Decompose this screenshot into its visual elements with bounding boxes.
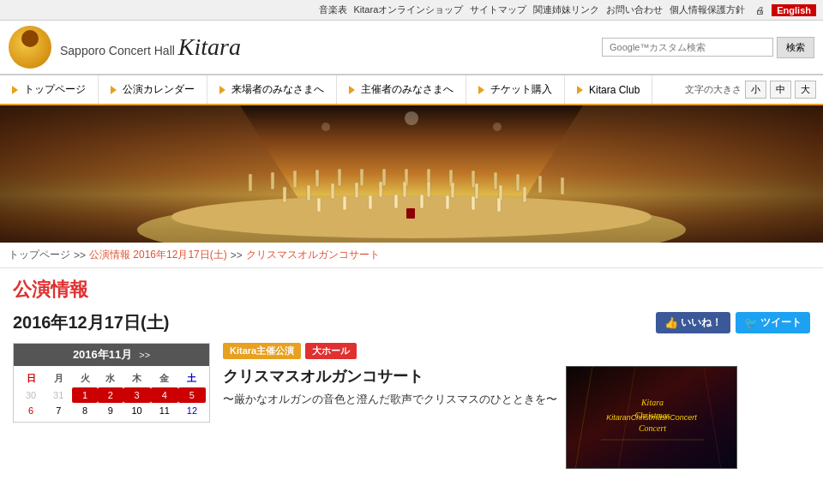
cal-day[interactable]: 2	[98, 387, 123, 403]
event-title: クリスマスオルガンコサート	[223, 366, 557, 387]
nav-visitors-label: 来場者のみなさまへ	[231, 82, 324, 97]
svg-rect-9	[338, 169, 341, 186]
nav-arrow-icon	[349, 86, 355, 94]
cal-day[interactable]: 30	[17, 387, 45, 403]
font-size-label: 文字の大きさ	[685, 83, 742, 96]
nav-visitors[interactable]: 来場者のみなさまへ	[207, 75, 337, 104]
svg-rect-16	[494, 172, 497, 189]
svg-point-41	[321, 123, 330, 131]
cal-day[interactable]: 8	[72, 403, 98, 418]
nav-calendar[interactable]: 公演カレンダー	[99, 75, 207, 104]
svg-rect-21	[307, 185, 310, 201]
svg-rect-39	[406, 208, 415, 219]
search-input[interactable]	[602, 38, 773, 57]
calendar: 2016年11月 >> 日 月 火 水 木 金	[13, 343, 210, 423]
cal-day[interactable]: 5	[178, 387, 206, 403]
event-date: 2016年12月17日(土)	[13, 311, 169, 334]
nav-club[interactable]: Kitara Club	[565, 75, 652, 104]
cal-day[interactable]: 4	[151, 387, 178, 403]
svg-rect-33	[369, 195, 372, 209]
cal-day[interactable]: 3	[123, 387, 151, 403]
svg-rect-37	[472, 196, 475, 210]
nav-tickets[interactable]: チケット購入	[466, 75, 565, 104]
svg-rect-25	[403, 182, 406, 197]
tweet-icon: 🐦	[744, 316, 758, 329]
svg-rect-26	[427, 182, 430, 197]
svg-rect-6	[271, 172, 274, 189]
svg-rect-43	[567, 367, 737, 469]
svg-text:Christmas: Christmas	[634, 411, 670, 420]
nav-calendar-label: 公演カレンダー	[123, 82, 195, 97]
hall-name: Sapporo Concert Hall	[60, 44, 178, 57]
nav-arrow-icon	[12, 86, 18, 94]
top-link-6[interactable]: 個人情報保護方針	[670, 3, 745, 16]
cal-day[interactable]: 9	[98, 403, 123, 418]
calendar-grid: 日 月 火 水 木 金 土 3031123456789101112	[14, 366, 209, 422]
search-area: 検索	[602, 37, 814, 58]
svg-rect-24	[379, 182, 382, 197]
calendar-next-button[interactable]: >>	[139, 350, 150, 360]
cal-header-sun: 日	[17, 369, 45, 387]
event-tags: Kitara主催公演 大ホール	[223, 343, 810, 359]
font-size-control: 文字の大きさ 小 中 大	[678, 75, 823, 104]
nav-home-label: トップページ	[24, 82, 86, 97]
cal-header-mon: 月	[45, 369, 72, 387]
cal-day[interactable]: 11	[151, 403, 178, 418]
event-subtitle: 〜厳かなオルガンの音色と澄んだ歌声でクリスマスのひとときを〜	[223, 392, 557, 407]
nav-home[interactable]: トップページ	[0, 75, 99, 104]
top-link-2[interactable]: Kitaraオンラインショップ	[354, 3, 464, 16]
main-content: 公演情報 2016年12月17日(土) 👍 いいね！ 🐦 ツイート 2016年1…	[0, 268, 823, 477]
nav-organizers[interactable]: 主催者のみなさまへ	[337, 75, 466, 104]
logo-text: Sapporo Concert Hall Kitara	[60, 33, 241, 61]
kitara-name: Kitara	[178, 33, 241, 60]
cal-day[interactable]: 1	[72, 387, 98, 403]
cal-header-fri: 金	[151, 369, 178, 387]
svg-rect-20	[283, 187, 286, 202]
font-large-button[interactable]: 大	[795, 81, 816, 99]
page-title-section: 公演情報	[13, 277, 810, 303]
svg-rect-31	[317, 198, 321, 212]
breadcrumb-current: クリスマスオルガンコサート	[246, 248, 380, 262]
nav-club-label: Kitara Club	[589, 84, 640, 96]
event-text-area: クリスマスオルガンコサート 〜厳かなオルガンの音色と澄んだ歌声でクリスマスのひと…	[223, 366, 557, 469]
svg-rect-19	[561, 177, 564, 195]
svg-rect-23	[355, 183, 358, 198]
like-button[interactable]: 👍 いいね！	[656, 312, 730, 333]
english-button[interactable]: English	[772, 4, 816, 16]
event-content-row: クリスマスオルガンコサート 〜厳かなオルガンの音色と澄んだ歌声でクリスマスのひと…	[223, 366, 810, 469]
svg-rect-38	[497, 198, 501, 212]
svg-rect-34	[394, 195, 398, 208]
breadcrumb-sep1: >>	[74, 249, 86, 261]
nav-organizers-label: 主催者のみなさまへ	[361, 82, 454, 97]
calendar-header: 2016年11月 >>	[14, 344, 209, 366]
left-column: 2016年11月 >> 日 月 火 水 木 金	[13, 343, 210, 469]
svg-rect-15	[472, 171, 475, 188]
svg-rect-28	[475, 183, 478, 199]
cal-day[interactable]: 10	[123, 403, 151, 418]
nav-tickets-label: チケット購入	[490, 82, 552, 97]
like-icon: 👍	[664, 316, 678, 329]
cal-day[interactable]: 12	[178, 403, 206, 418]
cal-day[interactable]: 6	[17, 403, 45, 418]
top-link-1[interactable]: 音楽表	[319, 3, 347, 16]
tweet-button[interactable]: 🐦 ツイート	[736, 312, 810, 333]
top-link-4[interactable]: 関連姉妹リンク	[533, 3, 599, 16]
search-button[interactable]: 検索	[777, 37, 814, 58]
breadcrumb-home[interactable]: トップページ	[9, 248, 70, 262]
cal-day[interactable]: 7	[45, 403, 72, 418]
svg-rect-8	[315, 170, 319, 187]
breadcrumb-sep2: >>	[231, 249, 243, 261]
calendar-title: 2016年11月	[73, 347, 132, 363]
svg-text:Concert: Concert	[639, 423, 666, 433]
font-small-button[interactable]: 小	[745, 81, 766, 99]
svg-point-42	[493, 123, 502, 131]
font-medium-button[interactable]: 中	[770, 81, 791, 99]
top-link-3[interactable]: サイトマップ	[470, 3, 526, 16]
cal-day[interactable]: 31	[45, 387, 72, 403]
svg-rect-30	[523, 187, 526, 202]
svg-rect-17	[516, 174, 520, 191]
svg-rect-11	[382, 169, 386, 186]
svg-point-40	[405, 111, 418, 125]
breadcrumb-event-list[interactable]: 公演情報 2016年12月17日(土)	[89, 248, 227, 262]
top-link-5[interactable]: お問い合わせ	[606, 3, 663, 16]
